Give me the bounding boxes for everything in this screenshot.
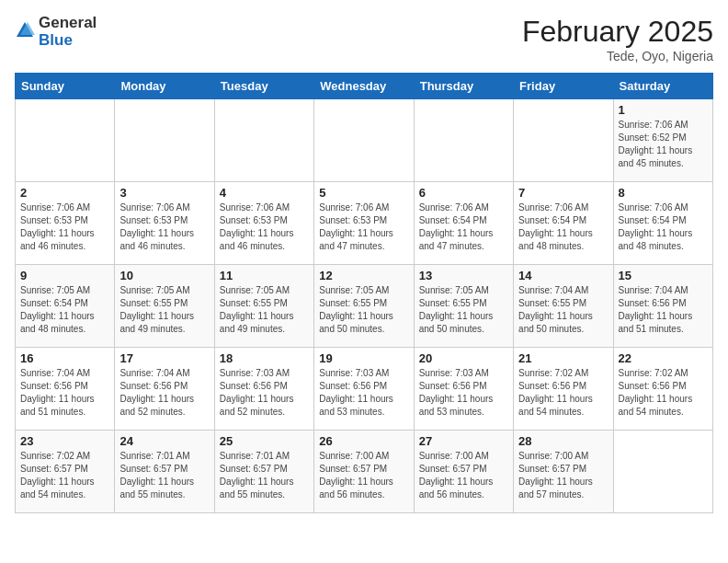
day-number: 25: [220, 434, 309, 448]
day-number: 9: [20, 269, 109, 282]
page-header: General Blue February 2025 Tede, Oyo, Ni…: [15, 15, 713, 63]
day-info: Sunrise: 7:02 AM Sunset: 6:56 PM Dayligh…: [518, 367, 608, 419]
month-title: February 2025: [522, 15, 713, 49]
day-cell: 27Sunrise: 7:00 AM Sunset: 6:57 PM Dayli…: [414, 431, 513, 513]
day-info: Sunrise: 7:05 AM Sunset: 6:54 PM Dayligh…: [20, 284, 109, 336]
day-info: Sunrise: 7:06 AM Sunset: 6:54 PM Dayligh…: [419, 201, 508, 253]
day-cell: 7Sunrise: 7:06 AM Sunset: 6:54 PM Daylig…: [514, 182, 613, 265]
day-info: Sunrise: 7:04 AM Sunset: 6:56 PM Dayligh…: [20, 367, 109, 419]
day-number: 8: [619, 186, 708, 200]
day-info: Sunrise: 7:04 AM Sunset: 6:55 PM Dayligh…: [518, 284, 608, 336]
day-info: Sunrise: 7:06 AM Sunset: 6:54 PM Dayligh…: [619, 201, 708, 253]
day-number: 2: [20, 186, 109, 200]
day-info: Sunrise: 7:00 AM Sunset: 6:57 PM Dayligh…: [419, 450, 508, 501]
day-info: Sunrise: 7:06 AM Sunset: 6:53 PM Dayligh…: [20, 201, 109, 253]
day-info: Sunrise: 7:03 AM Sunset: 6:56 PM Dayligh…: [220, 367, 309, 419]
calendar-table: SundayMondayTuesdayWednesdayThursdayFrid…: [15, 73, 713, 513]
day-cell: 19Sunrise: 7:03 AM Sunset: 6:56 PM Dayli…: [314, 348, 414, 431]
day-cell: 9Sunrise: 7:05 AM Sunset: 6:54 PM Daylig…: [16, 265, 115, 348]
day-number: 23: [20, 434, 109, 448]
day-cell: 25Sunrise: 7:01 AM Sunset: 6:57 PM Dayli…: [214, 431, 313, 513]
day-cell: 12Sunrise: 7:05 AM Sunset: 6:55 PM Dayli…: [314, 265, 414, 348]
day-info: Sunrise: 7:06 AM Sunset: 6:53 PM Dayligh…: [119, 201, 209, 253]
header-cell-monday: Monday: [115, 74, 214, 99]
day-cell: 14Sunrise: 7:04 AM Sunset: 6:55 PM Dayli…: [514, 265, 613, 348]
logo-icon: [15, 20, 35, 40]
day-cell: 5Sunrise: 7:06 AM Sunset: 6:53 PM Daylig…: [314, 182, 414, 265]
day-info: Sunrise: 7:06 AM Sunset: 6:53 PM Dayligh…: [319, 201, 408, 253]
day-number: 11: [220, 269, 309, 282]
header-cell-tuesday: Tuesday: [214, 74, 313, 99]
header-cell-wednesday: Wednesday: [314, 74, 414, 99]
header-cell-saturday: Saturday: [613, 74, 712, 99]
day-cell: 23Sunrise: 7:02 AM Sunset: 6:57 PM Dayli…: [16, 431, 115, 513]
day-cell: [514, 99, 613, 182]
day-number: 10: [119, 269, 209, 282]
day-number: 26: [319, 434, 408, 448]
day-cell: [314, 99, 414, 182]
day-info: Sunrise: 7:06 AM Sunset: 6:53 PM Dayligh…: [220, 201, 309, 253]
day-info: Sunrise: 7:01 AM Sunset: 6:57 PM Dayligh…: [119, 450, 209, 501]
day-number: 18: [220, 351, 309, 365]
day-info: Sunrise: 7:05 AM Sunset: 6:55 PM Dayligh…: [119, 284, 209, 336]
day-cell: 3Sunrise: 7:06 AM Sunset: 6:53 PM Daylig…: [115, 182, 214, 265]
logo-blue: Blue: [39, 32, 97, 50]
day-info: Sunrise: 7:05 AM Sunset: 6:55 PM Dayligh…: [220, 284, 309, 336]
title-block: February 2025 Tede, Oyo, Nigeria: [522, 15, 713, 63]
day-number: 6: [419, 186, 508, 200]
day-number: 20: [419, 351, 508, 365]
day-number: 5: [319, 186, 408, 200]
location: Tede, Oyo, Nigeria: [522, 49, 713, 63]
header-cell-sunday: Sunday: [16, 74, 115, 99]
logo-general: General: [39, 15, 97, 32]
day-cell: 1Sunrise: 7:06 AM Sunset: 6:52 PM Daylig…: [613, 99, 712, 182]
day-cell: 10Sunrise: 7:05 AM Sunset: 6:55 PM Dayli…: [115, 265, 214, 348]
day-cell: 16Sunrise: 7:04 AM Sunset: 6:56 PM Dayli…: [16, 348, 115, 431]
week-row-1: 1Sunrise: 7:06 AM Sunset: 6:52 PM Daylig…: [16, 99, 713, 182]
day-number: 4: [220, 186, 309, 200]
day-info: Sunrise: 7:04 AM Sunset: 6:56 PM Dayligh…: [119, 367, 209, 419]
day-cell: 13Sunrise: 7:05 AM Sunset: 6:55 PM Dayli…: [414, 265, 513, 348]
day-cell: 2Sunrise: 7:06 AM Sunset: 6:53 PM Daylig…: [16, 182, 115, 265]
day-cell: 4Sunrise: 7:06 AM Sunset: 6:53 PM Daylig…: [214, 182, 313, 265]
header-cell-friday: Friday: [514, 74, 613, 99]
day-number: 22: [619, 351, 708, 365]
day-number: 17: [119, 351, 209, 365]
day-number: 27: [419, 434, 508, 448]
day-number: 15: [619, 269, 708, 282]
day-cell: [613, 431, 712, 513]
day-number: 12: [319, 269, 408, 282]
day-info: Sunrise: 7:05 AM Sunset: 6:55 PM Dayligh…: [319, 284, 408, 336]
day-info: Sunrise: 7:02 AM Sunset: 6:56 PM Dayligh…: [619, 367, 708, 419]
day-cell: 20Sunrise: 7:03 AM Sunset: 6:56 PM Dayli…: [414, 348, 513, 431]
day-number: 28: [518, 434, 608, 448]
day-cell: 11Sunrise: 7:05 AM Sunset: 6:55 PM Dayli…: [214, 265, 313, 348]
day-number: 21: [518, 351, 608, 365]
day-cell: 18Sunrise: 7:03 AM Sunset: 6:56 PM Dayli…: [214, 348, 313, 431]
day-cell: 15Sunrise: 7:04 AM Sunset: 6:56 PM Dayli…: [613, 265, 712, 348]
day-cell: 26Sunrise: 7:00 AM Sunset: 6:57 PM Dayli…: [314, 431, 414, 513]
day-cell: [115, 99, 214, 182]
day-cell: 22Sunrise: 7:02 AM Sunset: 6:56 PM Dayli…: [613, 348, 712, 431]
day-number: 13: [419, 269, 508, 282]
day-cell: 17Sunrise: 7:04 AM Sunset: 6:56 PM Dayli…: [115, 348, 214, 431]
day-number: 3: [119, 186, 209, 200]
day-info: Sunrise: 7:06 AM Sunset: 6:54 PM Dayligh…: [518, 201, 608, 253]
day-cell: [414, 99, 513, 182]
day-number: 14: [518, 269, 608, 282]
day-number: 16: [20, 351, 109, 365]
day-cell: 8Sunrise: 7:06 AM Sunset: 6:54 PM Daylig…: [613, 182, 712, 265]
day-number: 7: [518, 186, 608, 200]
day-cell: 6Sunrise: 7:06 AM Sunset: 6:54 PM Daylig…: [414, 182, 513, 265]
day-cell: 21Sunrise: 7:02 AM Sunset: 6:56 PM Dayli…: [514, 348, 613, 431]
day-info: Sunrise: 7:05 AM Sunset: 6:55 PM Dayligh…: [419, 284, 508, 336]
day-info: Sunrise: 7:00 AM Sunset: 6:57 PM Dayligh…: [319, 450, 408, 501]
week-row-2: 2Sunrise: 7:06 AM Sunset: 6:53 PM Daylig…: [16, 182, 713, 265]
day-number: 19: [319, 351, 408, 365]
day-number: 24: [119, 434, 209, 448]
day-info: Sunrise: 7:04 AM Sunset: 6:56 PM Dayligh…: [619, 284, 708, 336]
header-row: SundayMondayTuesdayWednesdayThursdayFrid…: [16, 74, 713, 99]
day-number: 1: [619, 103, 708, 117]
day-info: Sunrise: 7:06 AM Sunset: 6:52 PM Dayligh…: [619, 119, 708, 170]
day-info: Sunrise: 7:00 AM Sunset: 6:57 PM Dayligh…: [518, 450, 608, 501]
